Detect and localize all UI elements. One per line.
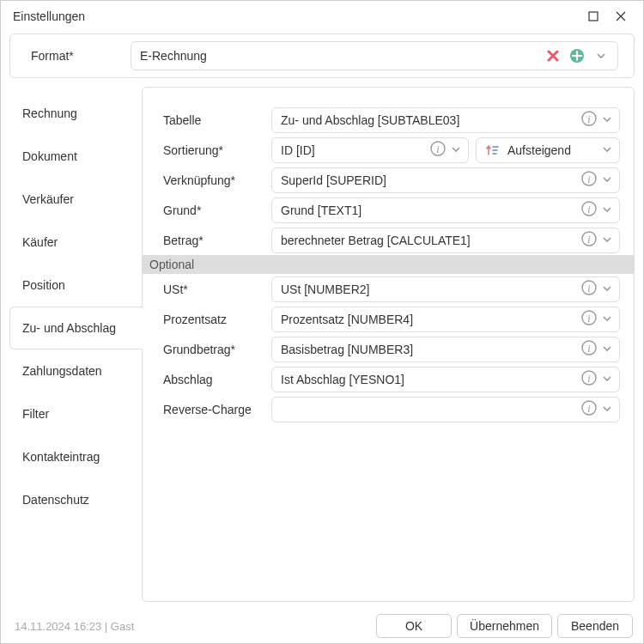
chevron-down-icon[interactable] xyxy=(602,143,612,157)
dropdown-field[interactable]: i xyxy=(271,397,620,422)
field-label: USt* xyxy=(156,283,271,296)
main-panel: TabelleZu- und Abschlag [SUBTABLE03]iSor… xyxy=(142,87,635,602)
sidebar-item-verk-ufer[interactable]: Verkäufer xyxy=(9,178,142,221)
svg-text:i: i xyxy=(587,283,590,295)
field-label: Abschlag xyxy=(156,373,271,386)
chevron-down-icon[interactable] xyxy=(602,343,612,356)
dropdown-field[interactable]: ID [ID]i xyxy=(271,137,469,163)
info-icon[interactable]: i xyxy=(581,201,597,219)
window-title: Einstellungen xyxy=(13,9,580,23)
info-icon[interactable]: i xyxy=(581,400,597,418)
field-value: Basisbetrag [NUMBER3] xyxy=(281,343,576,356)
field-value: Grund [TEXT1] xyxy=(281,204,576,217)
field-label: Betrag* xyxy=(156,234,271,247)
dropdown-field[interactable]: Zu- und Abschlag [SUBTABLE03]i xyxy=(271,107,620,133)
info-icon[interactable]: i xyxy=(430,141,446,159)
chevron-down-icon[interactable] xyxy=(602,283,612,296)
dropdown-field[interactable]: Prozentsatz [NUMBER4]i xyxy=(271,307,620,332)
sidebar-item-zahlungsdaten[interactable]: Zahlungsdaten xyxy=(9,349,142,392)
form-row: USt*USt [NUMBER2]i xyxy=(156,274,620,304)
info-icon[interactable]: i xyxy=(581,310,597,328)
sidebar-item-position[interactable]: Position xyxy=(9,264,142,307)
status-text: 14.11.2024 16:23 | Gast xyxy=(15,620,371,633)
field-pair: ID [ID]iAufsteigend xyxy=(271,137,620,163)
chevron-down-icon[interactable] xyxy=(602,204,612,217)
form-row: Reverse-Chargei xyxy=(156,394,620,424)
dropdown-field[interactable]: USt [NUMBER2]i xyxy=(271,276,620,302)
settings-window: Einstellungen Format* E-Rechnung Rechnun… xyxy=(0,0,644,644)
field-value: ID [ID] xyxy=(281,143,425,157)
field-value: Zu- und Abschlag [SUBTABLE03] xyxy=(281,113,576,127)
close-footer-button[interactable]: Beenden xyxy=(557,614,633,638)
field-label: Grundbetrag* xyxy=(156,343,271,356)
titlebar: Einstellungen xyxy=(1,1,643,32)
dropdown-field[interactable]: Basisbetrag [NUMBER3]i xyxy=(271,337,620,362)
dropdown-field[interactable]: berechneter Betrag [CALCULATE1]i xyxy=(271,228,620,253)
chevron-down-icon[interactable] xyxy=(602,113,612,127)
svg-text:i: i xyxy=(587,234,590,246)
form-row: Grundbetrag*Basisbetrag [NUMBER3]i xyxy=(156,334,620,364)
form-row: Grund*Grund [TEXT1]i xyxy=(156,195,620,225)
field-label: Verknüpfung* xyxy=(156,173,271,187)
info-icon[interactable]: i xyxy=(581,231,597,249)
format-value: E-Rechnung xyxy=(140,49,537,63)
form-row: TabelleZu- und Abschlag [SUBTABLE03]i xyxy=(156,105,620,135)
sidebar-item-filter[interactable]: Filter xyxy=(9,392,142,435)
format-field[interactable]: E-Rechnung xyxy=(131,41,618,70)
field-value: USt [NUMBER2] xyxy=(281,283,576,296)
sidebar-item-datenschutz[interactable]: Datenschutz xyxy=(9,478,142,521)
info-icon[interactable]: i xyxy=(581,280,597,298)
info-icon[interactable]: i xyxy=(581,171,597,189)
dropdown-field[interactable]: Grund [TEXT1]i xyxy=(271,197,620,223)
chevron-down-icon[interactable] xyxy=(602,173,612,187)
field-value: berechneter Betrag [CALCULATE1] xyxy=(281,234,576,247)
svg-text:i: i xyxy=(587,313,590,325)
sort-order-field[interactable]: Aufsteigend xyxy=(476,137,620,163)
dropdown-field[interactable]: SuperId [SUPERID]i xyxy=(271,167,620,193)
field-label: Prozentsatz xyxy=(156,313,271,326)
maximize-button[interactable] xyxy=(580,4,607,28)
chevron-down-icon[interactable] xyxy=(593,48,609,64)
chevron-down-icon[interactable] xyxy=(602,313,612,326)
svg-text:i: i xyxy=(587,373,590,385)
sidebar-item-kontakteintrag[interactable]: Kontakteintrag xyxy=(9,435,142,478)
sidebar-item-zu-und-abschlag[interactable]: Zu- und Abschlag xyxy=(9,307,143,349)
chevron-down-icon[interactable] xyxy=(602,373,612,386)
svg-text:i: i xyxy=(587,403,590,415)
format-bar: Format* E-Rechnung xyxy=(9,33,635,78)
info-icon[interactable]: i xyxy=(581,370,597,388)
format-label: Format* xyxy=(26,49,120,63)
info-icon[interactable]: i xyxy=(581,111,597,129)
svg-text:i: i xyxy=(436,143,439,155)
svg-text:i: i xyxy=(587,204,590,216)
sidebar-item-rechnung[interactable]: Rechnung xyxy=(9,92,142,135)
dropdown-field[interactable]: Ist Abschlag [YESNO1]i xyxy=(271,367,620,392)
chevron-down-icon[interactable] xyxy=(451,143,461,157)
field-label: Reverse-Charge xyxy=(156,403,271,416)
clear-icon[interactable] xyxy=(545,48,561,64)
field-label: Grund* xyxy=(156,204,271,217)
field-label: Tabelle xyxy=(156,113,271,127)
svg-text:i: i xyxy=(587,113,590,125)
add-icon[interactable] xyxy=(569,48,585,64)
svg-rect-0 xyxy=(589,12,598,21)
sidebar-item-k-ufer[interactable]: Käufer xyxy=(9,221,142,264)
apply-button[interactable]: Übernehmen xyxy=(457,614,552,638)
form-row: ProzentsatzProzentsatz [NUMBER4]i xyxy=(156,304,620,334)
section-header-optional: Optional xyxy=(143,255,634,274)
form-row: AbschlagIst Abschlag [YESNO1]i xyxy=(156,364,620,394)
chevron-down-icon[interactable] xyxy=(602,403,612,416)
svg-text:i: i xyxy=(587,343,590,355)
footer: 14.11.2024 16:23 | Gast OK Übernehmen Be… xyxy=(1,609,643,643)
close-button[interactable] xyxy=(607,4,635,28)
sidebar-item-dokument[interactable]: Dokument xyxy=(9,135,142,178)
chevron-down-icon[interactable] xyxy=(602,234,612,247)
info-icon[interactable]: i xyxy=(581,340,597,358)
form-row: Sortierung*ID [ID]iAufsteigend xyxy=(156,135,620,165)
field-value: Prozentsatz [NUMBER4] xyxy=(281,313,576,326)
ok-button[interactable]: OK xyxy=(376,614,452,638)
field-value: Ist Abschlag [YESNO1] xyxy=(281,373,576,386)
field-value: SuperId [SUPERID] xyxy=(281,173,576,187)
sidebar: RechnungDokumentVerkäuferKäuferPositionZ… xyxy=(9,87,142,602)
svg-text:i: i xyxy=(587,173,590,185)
